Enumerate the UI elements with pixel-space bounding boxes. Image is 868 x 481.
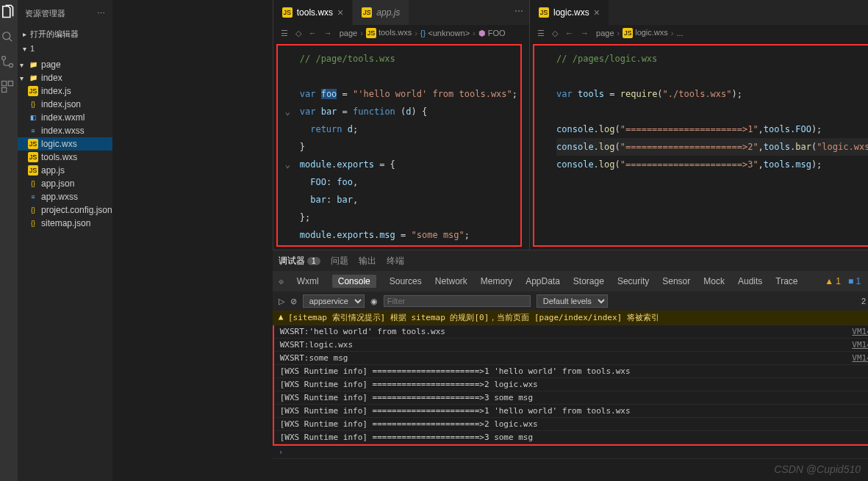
inspect-icon[interactable]: ⟐ <box>279 276 284 286</box>
console-prompt[interactable]: › <box>273 446 868 459</box>
devtool-tab-security[interactable]: Security <box>617 276 649 286</box>
file-index-wxss[interactable]: ≡index.wxss <box>18 124 112 137</box>
tree-item-label: index.wxml <box>41 112 85 123</box>
tree-item-label: index.json <box>41 99 81 109</box>
back-icon[interactable]: ← <box>565 29 573 37</box>
info-count[interactable]: ■ 1 <box>848 276 861 286</box>
file-tree: ▾📁page▾📁indexJSindex.js{}index.json◧inde… <box>18 55 112 230</box>
file-project-config-json[interactable]: {}project.config.json <box>18 203 112 217</box>
search-icon[interactable] <box>0 29 18 47</box>
tab-overflow-icon[interactable]: ⋯ <box>509 0 529 25</box>
root-section[interactable]: ▾ 1 <box>18 42 112 55</box>
outline-icon[interactable]: ☰ <box>537 29 545 38</box>
tab-app-js[interactable]: JSapp.js <box>353 0 409 25</box>
tab-label: tools.wxs <box>297 7 333 18</box>
filter-input[interactable] <box>384 295 531 307</box>
devtool-tab-trace[interactable]: Trace <box>775 276 797 286</box>
code-editor-left[interactable]: // /page/tools.wxs var foo = "'hello wor… <box>276 44 522 247</box>
close-icon[interactable]: × <box>337 7 343 18</box>
panel-tab-terminal[interactable]: 终端 <box>387 255 404 267</box>
file-index-wxml[interactable]: ◧index.wxml <box>18 111 112 124</box>
js-icon: JS <box>28 139 38 149</box>
tree-item-label: app.wxss <box>41 192 78 202</box>
file-index-json[interactable]: {}index.json <box>18 98 112 111</box>
code-editor-right[interactable]: // /pages/logic.wxs var tools = require(… <box>533 44 868 247</box>
console-log-row: WXSRT:'hello world' from tools.wxsVM144:… <box>274 325 868 339</box>
devtool-tab-sources[interactable]: Sources <box>390 276 422 286</box>
panel-tab-problems[interactable]: 问题 <box>331 255 348 267</box>
js-icon: JS <box>28 86 38 96</box>
json-icon: {} <box>28 178 38 189</box>
file-app-wxss[interactable]: ≡app.wxss <box>18 190 112 203</box>
panel-tab-output[interactable]: 输出 <box>359 255 376 267</box>
panel-tabs: 调试器 1 问题 输出 终端 ︿ <box>273 250 868 271</box>
file-sitemap-json[interactable]: {}sitemap.json <box>18 217 112 230</box>
tree-item-label: page <box>41 59 61 70</box>
devtool-tab-storage[interactable]: Storage <box>573 276 604 286</box>
breadcrumb-segment[interactable]: JStools.wxs <box>366 28 412 38</box>
extensions-icon[interactable] <box>0 79 18 97</box>
folder-index[interactable]: ▾📁index <box>18 71 112 84</box>
devtool-tab-sensor[interactable]: Sensor <box>662 276 690 286</box>
js-icon: JS <box>28 165 38 176</box>
console-log-row: [WXS Runtime info] =====================… <box>274 378 868 391</box>
forward-icon[interactable]: → <box>581 29 589 37</box>
wxss-icon: ≡ <box>28 192 38 202</box>
clear-icon[interactable]: ⊘ <box>290 297 297 306</box>
open-editors-section[interactable]: ▸ 打开的编辑器 <box>18 26 112 42</box>
devtool-tab-appdata[interactable]: AppData <box>526 276 560 286</box>
bookmark-icon[interactable]: ◇ <box>295 29 301 38</box>
breadcrumb-left[interactable]: page›JStools.wxs›{} <unknown>›⬢ FOO <box>340 28 506 38</box>
source-link[interactable]: VM144:96 <box>852 327 868 336</box>
back-icon[interactable]: ← <box>309 29 317 37</box>
tab-logic-wxs[interactable]: JSlogic.wxs× <box>530 0 609 25</box>
folder-page[interactable]: ▾📁page <box>18 58 112 71</box>
breadcrumb-segment[interactable]: page <box>340 29 357 37</box>
devtool-tab-mock[interactable]: Mock <box>703 276 725 286</box>
file-logic-wxs[interactable]: JSlogic.wxs <box>18 137 112 151</box>
scm-icon[interactable] <box>0 54 18 72</box>
tree-item-label: app.json <box>41 178 74 189</box>
devtool-tab-console[interactable]: Console <box>332 275 376 288</box>
breadcrumb-segment[interactable]: {} <unknown> <box>420 29 470 37</box>
forward-icon[interactable]: → <box>324 29 332 37</box>
source-link[interactable]: VM144:96 <box>852 353 868 363</box>
breadcrumb-segment[interactable]: page <box>596 29 614 37</box>
panel-tab-debugger[interactable]: 调试器 1 <box>279 255 320 267</box>
files-icon[interactable] <box>0 4 18 22</box>
tree-item-label: index.wxss <box>41 126 85 136</box>
breadcrumb-segment[interactable]: JSlogic.wxs <box>623 28 668 38</box>
eye-icon[interactable]: ◉ <box>370 297 378 306</box>
outline-icon[interactable]: ☰ <box>281 29 288 38</box>
bookmark-icon[interactable]: ◇ <box>552 29 558 38</box>
source-link[interactable]: VM144:96 <box>852 340 868 350</box>
breadcrumb-right[interactable]: page›JSlogic.wxs›... <box>596 28 684 38</box>
devtool-tab-wxml[interactable]: Wxml <box>297 276 319 286</box>
file-index-js[interactable]: JSindex.js <box>18 84 112 98</box>
breadcrumb-segment[interactable]: ⬢ FOO <box>478 29 506 38</box>
console-output[interactable]: ▲ [sitemap 索引情况提示] 根据 sitemap 的规则[0]，当前页… <box>273 311 868 481</box>
warning-count[interactable]: ▲ 1 <box>825 276 841 286</box>
file-app-js[interactable]: JSapp.js <box>18 164 112 177</box>
file-tools-wxs[interactable]: JStools.wxs <box>18 151 112 164</box>
svg-point-0 <box>3 32 10 40</box>
tab-tools-wxs[interactable]: JStools.wxs× <box>273 0 354 25</box>
wxml-icon: ◧ <box>28 112 38 123</box>
editor-pane-left: JStools.wxs×JSapp.js⋯ ☰ ◇ ← → page›JStoo… <box>273 0 529 250</box>
devtool-tab-audits[interactable]: Audits <box>738 276 762 286</box>
devtool-tab-network[interactable]: Network <box>435 276 467 286</box>
more-icon[interactable]: ⋯ <box>97 9 105 18</box>
breadcrumb-segment[interactable]: ... <box>676 29 683 37</box>
devtool-tab-memory[interactable]: Memory <box>481 276 512 286</box>
js-icon: JS <box>28 152 38 162</box>
tree-item-label: tools.wxs <box>41 152 77 162</box>
console-log-row: [WXS Runtime info] =====================… <box>274 405 868 418</box>
tree-item-label: index <box>41 73 62 83</box>
levels-select[interactable]: Default levels <box>537 294 608 308</box>
context-select[interactable]: appservice <box>303 294 365 308</box>
close-icon[interactable]: × <box>594 7 600 18</box>
file-app-json[interactable]: {}app.json <box>18 177 112 190</box>
play-icon[interactable]: ▷ <box>279 297 284 306</box>
svg-rect-4 <box>8 82 12 86</box>
json-icon: {} <box>28 205 38 215</box>
